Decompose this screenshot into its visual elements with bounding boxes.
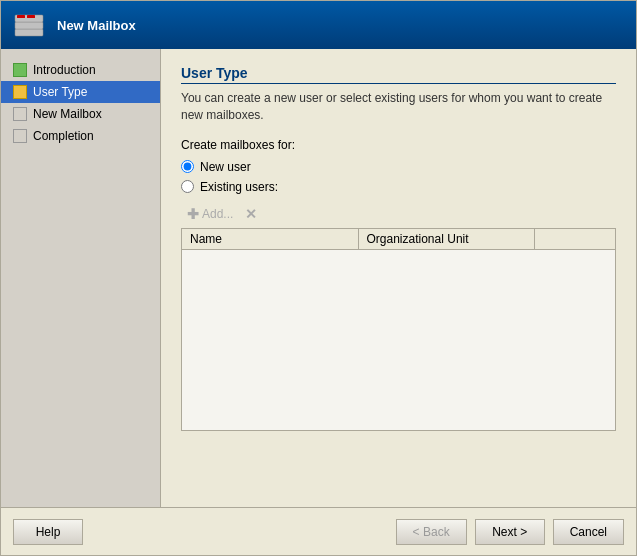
sidebar-item-completion[interactable]: Completion (1, 125, 160, 147)
title-bar: New Mailbox (1, 1, 636, 49)
sidebar-label-user-type: User Type (33, 85, 87, 99)
svg-rect-4 (27, 15, 35, 18)
section-title: User Type (181, 65, 616, 84)
create-label: Create mailboxes for: (181, 138, 616, 152)
svg-rect-1 (15, 22, 43, 29)
content-area: User Type You can create a new user or s… (161, 49, 636, 507)
radio-existing-label[interactable]: Existing users: (200, 180, 278, 194)
title-text: New Mailbox (57, 18, 136, 33)
radio-existing-item: Existing users: (181, 180, 616, 194)
radio-new-user[interactable] (181, 160, 194, 173)
footer: Help < Back Next > Cancel (1, 507, 636, 555)
add-icon: ✚ (187, 206, 199, 222)
toolbar-row: ✚ Add... ✕ (181, 204, 616, 224)
sidebar-item-new-mailbox[interactable]: New Mailbox (1, 103, 160, 125)
mailbox-icon (11, 7, 47, 43)
sidebar-item-user-type[interactable]: User Type (1, 81, 160, 103)
cancel-button[interactable]: Cancel (553, 519, 624, 545)
sidebar: Introduction User Type New Mailbox Compl… (1, 49, 161, 507)
dialog-body: Introduction User Type New Mailbox Compl… (1, 49, 636, 507)
add-button[interactable]: ✚ Add... (183, 204, 237, 224)
svg-rect-3 (17, 15, 25, 18)
back-button[interactable]: < Back (396, 519, 467, 545)
column-name: Name (182, 229, 359, 249)
step-indicator-user-type (13, 85, 27, 99)
table-header: Name Organizational Unit (182, 229, 615, 250)
column-org-unit: Organizational Unit (359, 229, 536, 249)
sidebar-label-completion: Completion (33, 129, 94, 143)
sidebar-label-new-mailbox: New Mailbox (33, 107, 102, 121)
sidebar-item-introduction[interactable]: Introduction (1, 59, 160, 81)
description-text: You can create a new user or select exis… (181, 90, 616, 124)
column-extra (535, 229, 615, 249)
add-label: Add... (202, 207, 233, 221)
dialog-window: New Mailbox Introduction User Type New M… (0, 0, 637, 556)
radio-existing-users[interactable] (181, 180, 194, 193)
step-indicator-introduction (13, 63, 27, 77)
step-indicator-completion (13, 129, 27, 143)
sidebar-label-introduction: Introduction (33, 63, 96, 77)
next-button[interactable]: Next > (475, 519, 545, 545)
footer-buttons: < Back Next > Cancel (396, 519, 624, 545)
table-body[interactable] (182, 250, 615, 430)
remove-icon: ✕ (245, 206, 257, 222)
help-button[interactable]: Help (13, 519, 83, 545)
radio-new-user-item: New user (181, 160, 616, 174)
radio-group: New user Existing users: (181, 160, 616, 194)
remove-button[interactable]: ✕ (241, 204, 261, 224)
svg-rect-0 (15, 29, 43, 36)
step-indicator-new-mailbox (13, 107, 27, 121)
table-container: Name Organizational Unit (181, 228, 616, 431)
radio-new-user-label[interactable]: New user (200, 160, 251, 174)
